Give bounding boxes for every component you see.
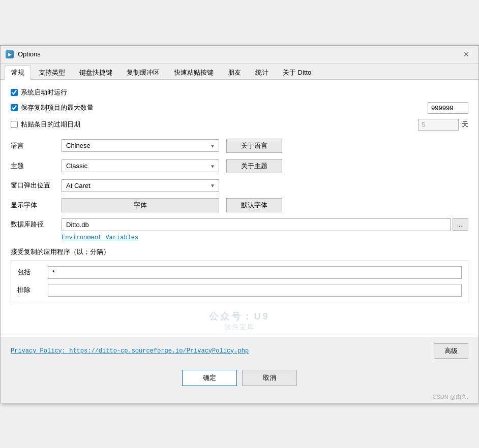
include-input[interactable] (48, 266, 462, 279)
privacy-link[interactable]: Privacy Policy: https://ditto-cp.sourcef… (11, 347, 249, 355)
footer: 确定 取消 (1, 365, 478, 392)
theme-row: 主题 Classic Modern ▼ 关于主题 (11, 159, 468, 173)
language-row: 语言 Chinese English Japanese ▼ 关于语言 (11, 139, 468, 153)
advanced-button[interactable]: 高级 (434, 343, 468, 359)
startup-checkbox-label[interactable]: 系统启动时运行 (11, 88, 67, 97)
tab-general[interactable]: 常规 (5, 66, 31, 80)
startup-checkbox[interactable] (11, 89, 18, 96)
theme-select[interactable]: Classic Modern (62, 159, 219, 172)
tab-about[interactable]: 关于 Ditto (276, 66, 318, 79)
tab-paste-hotkeys[interactable]: 快速粘贴按键 (167, 66, 220, 79)
apps-section-title: 接受复制的应用程序（以；分隔） (11, 247, 468, 257)
csdn-text: CSDN @由久. (433, 394, 468, 400)
popup-dropdown-wrapper: At Caret At Mouse Fixed Position ▼ (62, 179, 219, 192)
max-items-checkbox[interactable] (11, 104, 18, 111)
language-dropdown-wrapper: Chinese English Japanese ▼ (62, 139, 219, 152)
include-label: 包括 (17, 268, 48, 277)
startup-row: 系统启动时运行 (11, 88, 468, 97)
max-items-label: 保存复制项目的最大数量 (21, 103, 94, 112)
font-row: 显示字体 字体 默认字体 (11, 198, 468, 212)
tab-bar: 常规 支持类型 键盘快捷键 复制缓冲区 快速粘贴按键 朋友 统计 关于 Ditt… (1, 63, 478, 80)
tab-copy-buffer[interactable]: 复制缓冲区 (120, 66, 166, 79)
db-path-label: 数据库路径 (11, 220, 62, 229)
db-path-input[interactable] (62, 218, 451, 231)
tab-keyboard-shortcuts[interactable]: 键盘快捷键 (73, 66, 119, 79)
expiry-checkbox[interactable] (11, 121, 18, 128)
expiry-label: 粘贴条目的过期日期 (21, 120, 80, 129)
exclude-input[interactable] (48, 284, 462, 297)
popup-select[interactable]: At Caret At Mouse Fixed Position (62, 179, 219, 192)
language-label: 语言 (11, 141, 62, 150)
csdn-watermark: CSDN @由久. (1, 392, 478, 403)
apps-section: 接受复制的应用程序（以；分隔） 包括 排除 (11, 247, 468, 302)
startup-label: 系统启动时运行 (21, 88, 67, 97)
title-bar: ▶ Options ✕ (1, 46, 478, 63)
app-icon: ▶ (6, 50, 14, 58)
exclude-label: 排除 (17, 285, 48, 295)
watermark-line2: 软件宝库 (11, 323, 468, 332)
expiry-input[interactable] (418, 119, 459, 131)
include-exclude-box: 包括 排除 (11, 261, 468, 302)
theme-label: 主题 (11, 162, 62, 171)
tab-friends[interactable]: 朋友 (221, 66, 248, 79)
expiry-checkbox-label[interactable]: 粘贴条目的过期日期 (11, 120, 418, 129)
max-items-checkbox-label[interactable]: 保存复制项目的最大数量 (11, 103, 428, 112)
options-window: ▶ Options ✕ 常规 支持类型 键盘快捷键 复制缓冲区 快速粘贴按键 朋… (0, 45, 479, 403)
cancel-button[interactable]: 取消 (242, 370, 297, 386)
browse-button[interactable]: .... (453, 218, 468, 231)
content-area: 系统启动时运行 保存复制项目的最大数量 粘贴条目的过期日期 天 语言 (1, 80, 478, 337)
about-theme-button[interactable]: 关于主题 (226, 159, 282, 173)
title-bar-left: ▶ Options (6, 50, 41, 58)
font-label: 显示字体 (11, 201, 62, 210)
watermark-line1: 公众号：U9 (11, 308, 468, 323)
close-button[interactable]: ✕ (459, 49, 473, 60)
language-select[interactable]: Chinese English Japanese (62, 139, 219, 152)
expiry-row: 粘贴条目的过期日期 天 (11, 119, 468, 131)
about-language-button[interactable]: 关于语言 (226, 139, 282, 153)
popup-label: 窗口弹出位置 (11, 181, 62, 190)
include-row: 包括 (17, 266, 462, 279)
env-vars-link[interactable]: Environment Variables (62, 234, 138, 241)
popup-row: 窗口弹出位置 At Caret At Mouse Fixed Position … (11, 179, 468, 192)
db-path-row: 数据库路径 .... (11, 218, 468, 231)
font-button[interactable]: 字体 (62, 198, 219, 212)
tab-support-types[interactable]: 支持类型 (32, 66, 72, 79)
theme-dropdown-wrapper: Classic Modern ▼ (62, 159, 219, 172)
window-title: Options (18, 50, 41, 58)
env-vars-container: Environment Variables (62, 233, 468, 241)
days-label: 天 (462, 120, 468, 129)
watermark-area: 公众号：U9 软件宝库 (11, 308, 468, 329)
max-items-input[interactable] (428, 102, 468, 114)
default-font-button[interactable]: 默认字体 (226, 198, 282, 212)
bottom-bar: Privacy Policy: https://ditto-cp.sourcef… (1, 337, 478, 365)
exclude-row: 排除 (17, 284, 462, 297)
tab-stats[interactable]: 统计 (249, 66, 275, 79)
max-items-row: 保存复制项目的最大数量 (11, 102, 468, 114)
ok-button[interactable]: 确定 (182, 370, 237, 386)
